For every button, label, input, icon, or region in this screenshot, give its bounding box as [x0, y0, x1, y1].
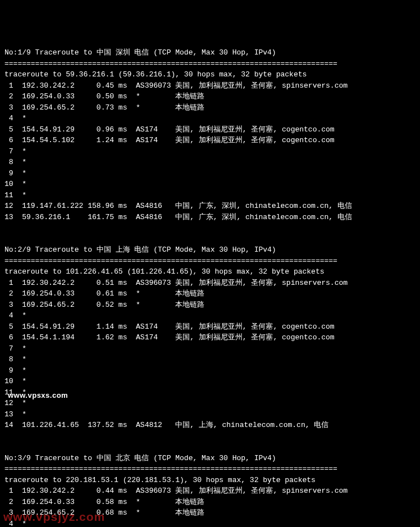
terminal-line: 8 * — [4, 354, 416, 365]
terminal-line: 11 * — [4, 190, 416, 201]
terminal-line: 1 192.30.242.2 0.51 ms AS396073 美国, 加利福尼… — [4, 278, 416, 289]
terminal-line: traceroute to 220.181.53.1 (220.181.53.1… — [4, 475, 416, 486]
terminal-line: ========================================… — [4, 464, 416, 475]
terminal-line: 2 169.254.0.33 0.61 ms * 本地链路 — [4, 288, 416, 299]
terminal-line — [4, 222, 416, 234]
terminal-line: 3 169.254.65.2 0.52 ms * 本地链路 — [4, 299, 416, 311]
terminal-line: No:1/9 Traceroute to 中国 深圳 电信 (TCP Mode,… — [4, 47, 416, 58]
terminal-line: 6 154.54.5.102 1.24 ms AS174 美国, 加利福尼亚州,… — [4, 135, 416, 146]
terminal-line: 4 * — [4, 113, 416, 124]
terminal-line: 13 * — [4, 409, 416, 420]
terminal-line: 3 169.254.65.2 0.73 ms * 本地链路 — [4, 102, 416, 113]
terminal-line: 9 * — [4, 168, 416, 179]
terminal-line: 6 154.54.1.194 1.62 ms AS174 美国, 加利福尼亚州,… — [4, 332, 416, 343]
terminal-line: No:3/9 Traceroute to 中国 北京 电信 (TCP Mode,… — [4, 453, 416, 464]
terminal-line: 5 154.54.91.29 1.14 ms AS174 美国, 加利福尼亚州,… — [4, 321, 416, 333]
watermark-vpsxs: www.vpsxs.com — [8, 390, 68, 401]
terminal-line: 4 * — [4, 310, 416, 321]
terminal-line: No:2/9 Traceroute to 中国 上海 电信 (TCP Mode,… — [4, 244, 416, 256]
terminal-line: 5 154.54.91.29 0.96 ms AS174 美国, 加利福尼亚州,… — [4, 124, 416, 135]
terminal-line: 2 169.254.0.33 0.50 ms * 本地链路 — [4, 91, 416, 102]
terminal-line: 14 101.226.41.65 137.52 ms AS4812 中国, 上海… — [4, 420, 416, 431]
terminal-line: 10 * — [4, 179, 416, 190]
terminal-line — [4, 431, 416, 442]
terminal-line: 7 * — [4, 146, 416, 157]
terminal-line: 2 169.254.0.33 0.58 ms * 本地链路 — [4, 497, 416, 508]
terminal-line: 10 * — [4, 376, 416, 387]
terminal-output: No:1/9 Traceroute to 中国 深圳 电信 (TCP Mode,… — [4, 47, 416, 527]
terminal-line: 12 119.147.61.222 158.96 ms AS4816 中国, 广… — [4, 201, 416, 212]
terminal-line: 8 * — [4, 157, 416, 168]
terminal-line — [4, 442, 416, 453]
terminal-line: traceroute to 59.36.216.1 (59.36.216.1),… — [4, 69, 416, 80]
terminal-line: ========================================… — [4, 58, 416, 70]
terminal-line — [4, 234, 416, 245]
terminal-line: 7 * — [4, 343, 416, 355]
terminal-line: traceroute to 101.226.41.65 (101.226.41.… — [4, 266, 416, 278]
terminal-line: 13 59.36.216.1 161.75 ms AS4816 中国, 广东, … — [4, 212, 416, 223]
terminal-line: 1 192.30.242.2 0.44 ms AS396073 美国, 加利福尼… — [4, 485, 416, 497]
terminal-line: 1 192.30.242.2 0.45 ms AS396073 美国, 加利福尼… — [4, 80, 416, 92]
watermark-vpsjyz: www.vpsjyz.com — [3, 508, 105, 526]
terminal-line: ========================================… — [4, 256, 416, 267]
terminal-line: 9 * — [4, 365, 416, 376]
